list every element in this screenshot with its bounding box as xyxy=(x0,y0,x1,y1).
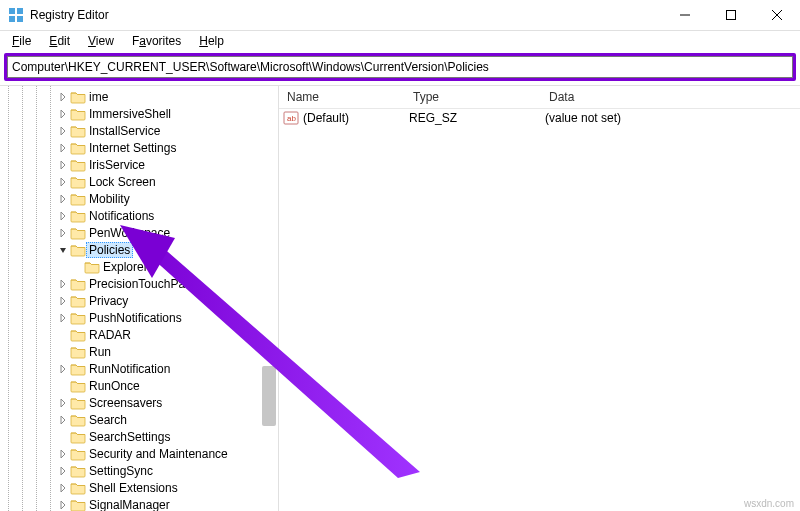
folder-icon xyxy=(70,311,86,325)
folder-icon xyxy=(70,158,86,172)
list-body: ab(Default)REG_SZ(value not set) xyxy=(279,109,800,511)
chevron-right-icon[interactable] xyxy=(56,124,70,138)
folder-icon xyxy=(70,498,86,512)
tree-item-label: Lock Screen xyxy=(89,175,156,189)
tree-item[interactable]: Internet Settings xyxy=(0,139,278,156)
chevron-right-icon[interactable] xyxy=(56,294,70,308)
tree-item-label: PushNotifications xyxy=(89,311,182,325)
tree-item[interactable]: ime xyxy=(0,88,278,105)
value-type: REG_SZ xyxy=(401,111,537,125)
chevron-right-icon[interactable] xyxy=(56,209,70,223)
tree-item[interactable]: RunNotification xyxy=(0,360,278,377)
tree-item-label: RADAR xyxy=(89,328,131,342)
tree-item[interactable]: SettingSync xyxy=(0,462,278,479)
svg-text:ab: ab xyxy=(287,114,296,123)
tree-item-label: Policies xyxy=(86,242,133,258)
tree-item-label: InstallService xyxy=(89,124,160,138)
tree-item[interactable]: Lock Screen xyxy=(0,173,278,190)
tree-item[interactable]: InstallService xyxy=(0,122,278,139)
chevron-right-icon[interactable] xyxy=(56,362,70,376)
tree-twisty-none xyxy=(56,430,70,444)
tree-item[interactable]: Run xyxy=(0,343,278,360)
chevron-right-icon[interactable] xyxy=(56,158,70,172)
chevron-down-icon[interactable] xyxy=(56,243,70,257)
list-pane: Name Type Data ab(Default)REG_SZ(value n… xyxy=(279,86,800,511)
scrollbar-thumb[interactable] xyxy=(262,366,276,426)
chevron-right-icon[interactable] xyxy=(56,141,70,155)
tree-item-label: RunNotification xyxy=(89,362,170,376)
address-input[interactable]: Computer\HKEY_CURRENT_USER\Software\Micr… xyxy=(7,56,793,78)
menubar: File Edit View Favorites Help xyxy=(0,31,800,51)
chevron-right-icon[interactable] xyxy=(56,498,70,512)
menu-file[interactable]: File xyxy=(4,33,39,49)
tree-item[interactable]: PushNotifications xyxy=(0,309,278,326)
tree-item[interactable]: Notifications xyxy=(0,207,278,224)
tree-twisty-none xyxy=(70,260,84,274)
tree-item[interactable]: Mobility xyxy=(0,190,278,207)
svg-rect-5 xyxy=(727,11,736,20)
column-header-name[interactable]: Name xyxy=(279,90,405,104)
chevron-right-icon[interactable] xyxy=(56,90,70,104)
tree-item[interactable]: PenWorkspace xyxy=(0,224,278,241)
chevron-right-icon[interactable] xyxy=(56,447,70,461)
folder-icon xyxy=(70,430,86,444)
folder-icon xyxy=(70,90,86,104)
value-data: (value not set) xyxy=(537,111,800,125)
folder-icon xyxy=(70,141,86,155)
tree-item[interactable]: Screensavers xyxy=(0,394,278,411)
tree-item-label: Mobility xyxy=(89,192,130,206)
menu-edit[interactable]: Edit xyxy=(41,33,78,49)
chevron-right-icon[interactable] xyxy=(56,277,70,291)
tree-item[interactable]: RADAR xyxy=(0,326,278,343)
chevron-right-icon[interactable] xyxy=(56,226,70,240)
chevron-right-icon[interactable] xyxy=(56,311,70,325)
tree-item[interactable]: Security and Maintenance xyxy=(0,445,278,462)
tree-item-label: Notifications xyxy=(89,209,154,223)
value-name-cell: ab(Default) xyxy=(279,110,401,126)
tree-twisty-none xyxy=(56,345,70,359)
svg-rect-0 xyxy=(9,8,15,14)
window-title: Registry Editor xyxy=(30,8,662,22)
chevron-right-icon[interactable] xyxy=(56,192,70,206)
chevron-right-icon[interactable] xyxy=(56,464,70,478)
menu-help[interactable]: Help xyxy=(191,33,232,49)
tree-item[interactable]: Privacy xyxy=(0,292,278,309)
tree-item[interactable]: PrecisionTouchPad xyxy=(0,275,278,292)
chevron-right-icon[interactable] xyxy=(56,107,70,121)
tree-item[interactable]: SearchSettings xyxy=(0,428,278,445)
chevron-right-icon[interactable] xyxy=(56,396,70,410)
list-row[interactable]: ab(Default)REG_SZ(value not set) xyxy=(279,109,800,127)
chevron-right-icon[interactable] xyxy=(56,175,70,189)
app-icon xyxy=(8,7,24,23)
column-header-data[interactable]: Data xyxy=(541,90,800,104)
tree-item-label: PrecisionTouchPad xyxy=(89,277,192,291)
chevron-right-icon[interactable] xyxy=(56,481,70,495)
tree-item[interactable]: RunOnce xyxy=(0,377,278,394)
tree[interactable]: imeImmersiveShellInstallServiceInternet … xyxy=(0,86,278,511)
tree-item[interactable]: IrisService xyxy=(0,156,278,173)
menu-favorites[interactable]: Favorites xyxy=(124,33,189,49)
column-header-type[interactable]: Type xyxy=(405,90,541,104)
tree-item[interactable]: ImmersiveShell xyxy=(0,105,278,122)
folder-icon xyxy=(84,260,100,274)
folder-icon xyxy=(70,413,86,427)
folder-icon xyxy=(70,345,86,359)
tree-pane: imeImmersiveShellInstallServiceInternet … xyxy=(0,86,279,511)
tree-item[interactable]: Explorer xyxy=(0,258,278,275)
tree-item-label: Internet Settings xyxy=(89,141,176,155)
tree-item[interactable]: Search xyxy=(0,411,278,428)
tree-item-label: IrisService xyxy=(89,158,145,172)
folder-icon xyxy=(70,226,86,240)
folder-icon xyxy=(70,481,86,495)
tree-item[interactable]: Policies xyxy=(0,241,278,258)
menu-view[interactable]: View xyxy=(80,33,122,49)
chevron-right-icon[interactable] xyxy=(56,413,70,427)
addressbar-highlight: Computer\HKEY_CURRENT_USER\Software\Micr… xyxy=(4,53,796,81)
window-controls xyxy=(662,0,800,30)
folder-icon xyxy=(70,192,86,206)
tree-item[interactable]: SignalManager xyxy=(0,496,278,511)
maximize-button[interactable] xyxy=(708,0,754,30)
tree-item[interactable]: Shell Extensions xyxy=(0,479,278,496)
minimize-button[interactable] xyxy=(662,0,708,30)
close-button[interactable] xyxy=(754,0,800,30)
